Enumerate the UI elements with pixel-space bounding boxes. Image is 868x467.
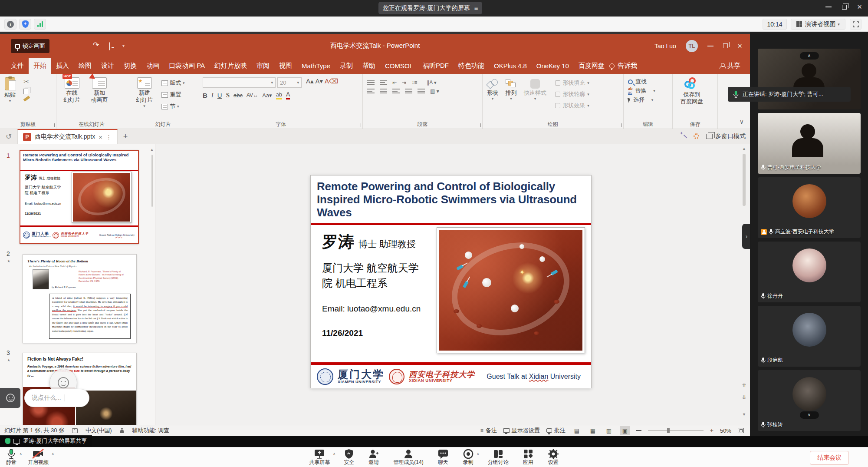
comments-button[interactable]: 批注 <box>546 427 566 434</box>
font-dialog-launcher[interactable] <box>357 123 361 127</box>
reading-view-icon[interactable]: ▥ <box>604 426 614 435</box>
quick-styles-button[interactable]: 快速样式▾ <box>521 78 549 103</box>
participant-video-tile[interactable]: 高立波-西安电子科技大学 <box>758 177 861 238</box>
slide-sorter-view-icon[interactable]: ▦ <box>588 426 598 435</box>
menu-mathtype[interactable]: MathType <box>297 58 335 74</box>
notes-button[interactable]: ≡备注 <box>480 427 497 434</box>
members-button[interactable]: 管理成员(14) <box>393 448 423 466</box>
align-right-icon[interactable] <box>392 88 400 95</box>
menu-foxit-pdf[interactable]: 福昕PDF <box>418 58 454 74</box>
normal-view-icon[interactable]: ▤ <box>572 426 582 435</box>
minimize-icon[interactable] <box>825 7 832 7</box>
shape-fill-button[interactable]: 形状填充▾ <box>555 79 589 87</box>
network-quality-button[interactable] <box>34 19 46 30</box>
char-spacing-icon[interactable]: AV↔ <box>247 92 258 98</box>
accessibility-status[interactable]: 辅助功能: 调查 <box>132 427 169 434</box>
chevron-up-icon[interactable]: ∧ <box>333 452 336 456</box>
underline-icon[interactable]: U <box>217 92 222 99</box>
new-animation-page-button[interactable]: 新加 动画页 <box>88 76 110 105</box>
participant-video-tile[interactable]: 段启凯 <box>758 306 861 367</box>
slide-1-main[interactable]: Remote Powering and Control of Biologica… <box>310 175 592 388</box>
font-size-combo[interactable]: 20▾ <box>277 77 302 88</box>
save-to-baidu-button[interactable]: 保存到 百度网盘 <box>678 76 706 106</box>
format-painter-icon[interactable] <box>23 96 30 102</box>
highlight-icon[interactable]: ab <box>276 91 282 99</box>
menu-slideshow[interactable]: 幻灯片放映 <box>210 58 252 74</box>
align-left-icon[interactable] <box>367 88 375 95</box>
multi-window-button[interactable]: 多窗口模式 <box>706 132 746 140</box>
menu-view[interactable]: 视图 <box>274 58 297 74</box>
menu-animations[interactable]: 动画 <box>141 58 164 74</box>
bullets-icon[interactable] <box>367 79 375 86</box>
emoji-dock-button[interactable] <box>0 388 20 408</box>
avatar[interactable]: TL <box>686 40 698 52</box>
menu-onekey[interactable]: OneKey 10 <box>532 58 574 74</box>
zoom-out-icon[interactable] <box>636 430 641 431</box>
view-mode-selector[interactable]: 演讲者视图 ▾ <box>791 19 845 30</box>
grow-font-icon[interactable]: A▴ <box>306 77 314 88</box>
fullscreen-button[interactable] <box>850 19 861 30</box>
zoom-level[interactable]: 50% <box>720 427 731 434</box>
canvas-scrollbar[interactable]: ▲ ⇈ ⇊ ▼ <box>740 145 748 424</box>
shrink-font-icon[interactable]: A▾ <box>316 77 323 88</box>
bold-icon[interactable]: B <box>203 92 207 99</box>
fit-to-window-icon[interactable] <box>738 428 744 433</box>
collapse-videos-icon[interactable]: ∧ <box>800 52 819 60</box>
paste-button[interactable]: 粘贴▾ <box>2 76 18 105</box>
arrange-button[interactable]: 排列▾ <box>503 78 519 103</box>
sidebar-toggle-handle[interactable]: › <box>742 224 751 249</box>
menu-file[interactable]: 文件 <box>6 58 29 74</box>
strikethrough-icon[interactable]: abc <box>233 92 243 99</box>
collapse-ribbon-icon[interactable]: ∨ <box>740 118 744 125</box>
magic-wand-icon[interactable] <box>681 133 687 139</box>
chevron-up-icon[interactable]: ∧ <box>477 452 480 456</box>
menu-okplus[interactable]: OKPlus 4.8 <box>489 58 532 74</box>
justify-icon[interactable] <box>405 88 412 95</box>
paragraph-dialog-launcher[interactable] <box>477 123 481 127</box>
cut-icon[interactable]: ✂ <box>23 78 30 86</box>
display-settings-button[interactable]: 显示器设置 <box>503 427 540 434</box>
meeting-security-button[interactable]: + <box>19 19 31 30</box>
chat-button[interactable]: 聊天 <box>437 448 449 466</box>
menu-help[interactable]: 帮助 <box>358 58 380 74</box>
layout-button[interactable]: 版式 ▾ <box>161 79 184 87</box>
menu-home[interactable]: 开始 <box>29 58 51 74</box>
menu-comsol[interactable]: COMSOL <box>380 58 418 74</box>
previous-slide-icon[interactable]: ⇈ <box>740 382 748 389</box>
zoom-in-icon[interactable]: + <box>710 427 713 434</box>
shape-outline-button[interactable]: 形状轮廓▾ <box>555 90 589 98</box>
menu-tell-me[interactable]: 告诉我 <box>613 58 642 74</box>
drawing-dialog-launcher[interactable] <box>618 123 622 127</box>
increase-indent-icon[interactable]: ⇥ <box>402 79 406 86</box>
font-name-combo[interactable]: ▾ <box>203 77 276 88</box>
settings-button[interactable]: 设置 <box>548 448 559 466</box>
language-status[interactable]: 中文(中国) <box>85 427 112 434</box>
line-spacing-icon[interactable]: ↕≡ <box>411 79 417 86</box>
scroll-down-icon[interactable]: ▼ <box>740 411 748 418</box>
shape-effects-button[interactable]: 形状效果▾ <box>555 102 589 109</box>
online-slides-button[interactable]: HOT 在线 幻灯片 <box>61 76 83 105</box>
tab-close-icon[interactable]: × <box>99 133 102 141</box>
menu-record[interactable]: 录制 <box>335 58 358 74</box>
numbering-icon[interactable] <box>380 79 387 86</box>
participant-video-tile[interactable]: 徐丹丹 <box>758 242 861 302</box>
participant-video-tile[interactable]: 曹可-西安电子科技大学 <box>758 113 861 174</box>
end-meeting-button[interactable]: 结束会议 <box>810 451 849 465</box>
quick-chat-input[interactable]: 说点什么... <box>24 389 89 407</box>
select-button[interactable]: 选择 ▾ <box>628 96 671 104</box>
menu-insert[interactable]: 插入 <box>51 58 74 74</box>
slide-1-thumbnail[interactable]: Remote Powering and Control of Biologica… <box>20 150 139 244</box>
ppt-restore-icon[interactable] <box>723 43 728 48</box>
invite-button[interactable]: 邀请 <box>368 448 379 466</box>
reset-button[interactable]: 重置 <box>161 91 184 99</box>
ppt-minimize-icon[interactable] <box>707 46 713 46</box>
text-direction-icon[interactable]: ∥A ▾ <box>427 79 437 86</box>
zoom-slider-thumb[interactable] <box>667 428 670 433</box>
menu-review[interactable]: 审阅 <box>252 58 274 74</box>
scroll-up-icon[interactable]: ▲ <box>150 148 154 152</box>
next-slide-icon[interactable]: ⇊ <box>740 394 748 401</box>
breakout-button[interactable]: 分组讨论 <box>488 448 509 466</box>
meeting-info-button[interactable]: i <box>4 19 16 30</box>
font-color-icon[interactable]: A <box>286 91 290 99</box>
section-button[interactable]: 节 ▾ <box>161 103 184 110</box>
